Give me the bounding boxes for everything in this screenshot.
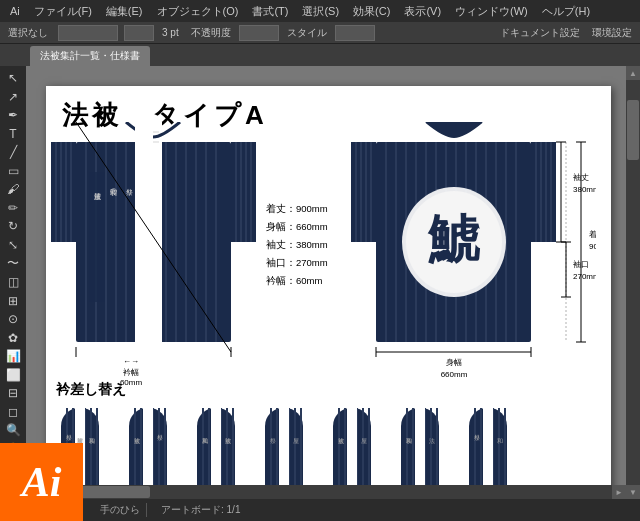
pen-tool[interactable]: ✒ xyxy=(2,107,24,124)
symbol-tool[interactable]: ✿ xyxy=(2,330,24,347)
svg-text:着丈: 着丈 xyxy=(589,230,596,239)
menu-select[interactable]: 選択(S) xyxy=(296,2,345,21)
menu-help[interactable]: ヘルプ(H) xyxy=(536,2,596,21)
stroke-weight: 3 pt xyxy=(158,26,183,39)
svg-rect-28 xyxy=(89,172,105,302)
menu-type[interactable]: 書式(T) xyxy=(246,2,294,21)
pencil-tool[interactable]: ✏ xyxy=(2,200,24,217)
scroll-right-btn[interactable]: ► xyxy=(612,485,626,499)
svg-rect-63 xyxy=(531,142,556,242)
svg-text:660mm: 660mm xyxy=(441,370,468,379)
main-content-svg: 法被屋 和装の 祭り ←→ 衿幅 60mm 着丈：900mm xyxy=(51,122,596,402)
opacity-label: 不透明度 xyxy=(187,25,235,41)
scroll-thumb[interactable] xyxy=(627,100,639,160)
scroll-track[interactable] xyxy=(626,80,640,485)
specs-text: 着丈：900mm 身幅：660mm 袖丈：380mm 袖口：270mm 衿幅：6… xyxy=(266,203,328,286)
svg-text:270mm: 270mm xyxy=(573,272,596,281)
menu-ai[interactable]: Ai xyxy=(4,3,26,19)
paintbrush-tool[interactable]: 🖌 xyxy=(2,181,24,198)
svg-text:衿幅: 衿幅 xyxy=(123,368,139,377)
svg-text:←→: ←→ xyxy=(123,357,139,366)
status-artboard: アートボード: 1/1 xyxy=(155,503,246,517)
svg-rect-58 xyxy=(351,142,376,242)
svg-text:身幅：660mm: 身幅：660mm xyxy=(266,221,328,232)
doc-settings-btn[interactable]: ドキュメント設定 xyxy=(496,25,584,41)
svg-text:袖丈：380mm: 袖丈：380mm xyxy=(266,239,328,250)
direct-select-tool[interactable]: ↗ xyxy=(2,89,24,106)
graph-tool[interactable]: 📊 xyxy=(2,348,24,365)
ai-badge: Ai xyxy=(0,443,83,521)
svg-text:380mm: 380mm xyxy=(573,185,596,194)
menu-object[interactable]: オブジェクト(O) xyxy=(151,2,245,21)
h-scroll-track[interactable] xyxy=(40,485,612,499)
h-scrollbar[interactable]: ◄ ► xyxy=(26,485,626,499)
menu-file[interactable]: ファイル(F) xyxy=(28,2,98,21)
ai-badge-text: Ai xyxy=(22,458,62,506)
svg-text:袖口：270mm: 袖口：270mm xyxy=(266,257,328,268)
status-bar: Ai 手のひら アートボード: 1/1 xyxy=(0,499,640,521)
scale-tool[interactable]: ⤡ xyxy=(2,237,24,254)
select-tool[interactable]: ↖ xyxy=(2,70,24,87)
env-settings-btn[interactable]: 環境設定 xyxy=(588,25,636,41)
svg-text:900mm: 900mm xyxy=(589,242,596,251)
menu-view[interactable]: 表示(V) xyxy=(398,2,447,21)
left-toolbar: ↖ ↗ ✒ T ╱ ▭ 🖌 ✏ ↻ ⤡ 〜 ◫ ⊞ ⊙ ✿ 📊 ⬜ ⊟ ◻ 🔍 … xyxy=(0,66,26,499)
svg-text:着丈：900mm: 着丈：900mm xyxy=(266,203,328,214)
scroll-down-btn[interactable]: ▼ xyxy=(626,485,640,499)
style-label: スタイル xyxy=(283,25,331,41)
canvas-area[interactable]: 法被 タイプA xyxy=(26,66,626,499)
collar-section: 衿差し替え 法 xyxy=(56,381,596,499)
right-scrollbar[interactable]: ▲ ▼ xyxy=(626,66,640,499)
slice-tool[interactable]: ⊟ xyxy=(2,385,24,402)
menu-edit[interactable]: 編集(E) xyxy=(100,2,149,21)
menu-effect[interactable]: 効果(C) xyxy=(347,2,396,21)
rotate-tool[interactable]: ↻ xyxy=(2,218,24,235)
svg-rect-15 xyxy=(51,142,76,242)
svg-text:鯱: 鯱 xyxy=(427,211,481,268)
artboard-tool[interactable]: ⬜ xyxy=(2,367,24,384)
svg-text:身幅: 身幅 xyxy=(446,358,462,367)
options-bar: 選択なし 3 pt 不透明度 スタイル ドキュメント設定 環境設定 xyxy=(0,22,640,44)
gradient-tool[interactable]: ◫ xyxy=(2,274,24,291)
scroll-up-btn[interactable]: ▲ xyxy=(626,66,640,80)
left-happi-coat: 法被屋 和装の 祭り ←→ 衿幅 60mm xyxy=(51,122,256,387)
zoom-tool[interactable]: 🔍 xyxy=(2,422,24,439)
svg-rect-20 xyxy=(231,142,256,242)
type-tool[interactable]: T xyxy=(2,126,24,143)
warp-tool[interactable]: 〜 xyxy=(2,255,24,272)
eraser-tool[interactable]: ◻ xyxy=(2,404,24,421)
status-zoom: 手のひら xyxy=(94,503,147,517)
main-layout: ↖ ↗ ✒ T ╱ ▭ 🖌 ✏ ↻ ⤡ 〜 ◫ ⊞ ⊙ ✿ 📊 ⬜ ⊟ ◻ 🔍 … xyxy=(0,66,640,499)
mesh-tool[interactable]: ⊞ xyxy=(2,293,24,310)
blend-tool[interactable]: ⊙ xyxy=(2,311,24,328)
document-tab[interactable]: 法被集計一覧・仕様書 xyxy=(30,46,150,66)
collar-section-title: 衿差し替え xyxy=(56,381,596,399)
document-canvas: 法被 タイプA xyxy=(46,86,611,499)
rect-tool[interactable]: ▭ xyxy=(2,163,24,180)
selection-label: 選択なし xyxy=(4,25,52,41)
right-happi-coat: 鯱 袖丈 380mm 袖口 270mm xyxy=(351,122,596,379)
menu-bar: Ai ファイル(F) 編集(E) オブジェクト(O) 書式(T) 選択(S) 効… xyxy=(0,0,640,22)
menu-window[interactable]: ウィンドウ(W) xyxy=(449,2,534,21)
line-tool[interactable]: ╱ xyxy=(2,144,24,161)
svg-text:衿幅：60mm: 衿幅：60mm xyxy=(266,275,322,286)
tab-bar: 法被集計一覧・仕様書 xyxy=(0,44,640,66)
